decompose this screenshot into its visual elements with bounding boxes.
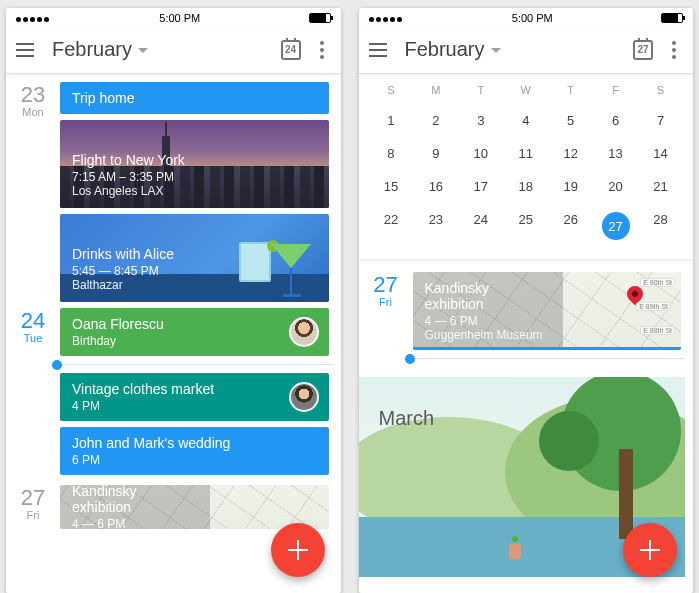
event-drinks[interactable]: Drinks with Alice 5:45 — 8:45 PM Balthaz… — [60, 214, 329, 302]
event-title: Kandinsky exhibition — [72, 485, 198, 515]
signal-dots-icon — [16, 12, 51, 24]
day-cell[interactable]: 3 — [458, 104, 503, 137]
menu-icon[interactable] — [367, 39, 389, 61]
day-cell[interactable]: 5 — [548, 104, 593, 137]
status-bar: 5:00 PM — [359, 8, 694, 26]
day-cell[interactable]: 23 — [413, 203, 458, 249]
event-market[interactable]: Vintage clothes market 4 PM — [60, 373, 329, 421]
day-cell[interactable]: 11 — [503, 137, 548, 170]
day-cell[interactable]: 17 — [458, 170, 503, 203]
avatar-icon — [289, 317, 319, 347]
status-time: 5:00 PM — [512, 12, 553, 24]
weekday-label: T — [548, 78, 593, 104]
app-bar: February 27 — [359, 26, 694, 74]
day-cell[interactable]: 26 — [548, 203, 593, 249]
day-cell[interactable]: 7 — [638, 104, 683, 137]
month-label: February — [405, 38, 485, 61]
day-cell[interactable]: 25 — [503, 203, 548, 249]
day-cell[interactable]: 2 — [413, 104, 458, 137]
month-picker[interactable]: February — [405, 38, 501, 61]
add-event-fab[interactable] — [623, 523, 677, 577]
battery-icon — [309, 13, 331, 23]
day-cell[interactable]: 1 — [369, 104, 414, 137]
rower-icon — [509, 543, 521, 559]
day-block: 23 Mon Trip home Flight to New York 7:15… — [6, 82, 333, 302]
month-label: February — [52, 38, 132, 61]
today-icon[interactable]: 24 — [281, 40, 301, 60]
week-row: 15161718192021 — [369, 170, 684, 203]
day-cell[interactable]: 27 — [593, 203, 638, 249]
add-event-fab[interactable] — [271, 523, 325, 577]
event-trip-home[interactable]: Trip home — [60, 82, 329, 114]
event-time: 5:45 — 8:45 PM — [72, 264, 317, 278]
menu-icon[interactable] — [14, 39, 36, 61]
day-cell[interactable]: 13 — [593, 137, 638, 170]
overflow-icon[interactable] — [663, 41, 685, 59]
avatar-icon — [289, 382, 319, 412]
day-cell[interactable]: 8 — [369, 137, 414, 170]
event-overlay: Kandinsky exhibition 4 — 6 PM Guggenheim… — [413, 272, 563, 350]
day-cell[interactable]: 22 — [369, 203, 414, 249]
day-cell[interactable]: 9 — [413, 137, 458, 170]
week-row: 22232425262728 — [369, 203, 684, 249]
chevron-down-icon — [138, 48, 148, 53]
date-number: 27 — [359, 274, 413, 296]
app-bar: February 24 — [6, 26, 341, 74]
day-cell[interactable]: 16 — [413, 170, 458, 203]
event-sub: 4 PM — [72, 399, 317, 413]
day-block: 24 Tue Oana Florescu Birthday — [6, 308, 333, 356]
event-time: 4 — 6 PM — [425, 314, 551, 328]
day-cell[interactable]: 10 — [458, 137, 503, 170]
event-flight[interactable]: Flight to New York 7:15 AM – 3:35 PM Los… — [60, 120, 329, 208]
event-sub: 6 PM — [72, 453, 317, 467]
day-cell[interactable]: 24 — [458, 203, 503, 249]
day-cell[interactable]: 21 — [638, 170, 683, 203]
day-cell[interactable]: 15 — [369, 170, 414, 203]
event-title: Drinks with Alice — [72, 246, 317, 262]
date-dow: Fri — [6, 509, 60, 521]
event-exhibition-peek[interactable]: Kandinsky exhibition 4 — 6 PM — [60, 485, 329, 529]
week-row: 891011121314 — [369, 137, 684, 170]
day-cell[interactable]: 14 — [638, 137, 683, 170]
event-accent-bar — [413, 347, 682, 350]
now-indicator — [411, 358, 686, 359]
month-grid: SMTWTFS 12345678910111213141516171819202… — [359, 74, 694, 260]
event-time: 4 — 6 PM — [72, 517, 198, 529]
signal-dots-icon — [369, 12, 404, 24]
date-column: 27 Fri — [359, 272, 413, 350]
date-column: 23 Mon — [6, 82, 60, 302]
event-location: Los Angeles LAX — [72, 184, 317, 198]
phone-agenda-view: 5:00 PM February 24 23 Mon Tri — [6, 8, 341, 593]
date-number: 27 — [6, 487, 60, 509]
day-cell[interactable]: 28 — [638, 203, 683, 249]
date-column — [6, 373, 60, 475]
day-cell[interactable]: 19 — [548, 170, 593, 203]
date-column: 27 Fri — [6, 485, 60, 529]
overflow-icon[interactable] — [311, 41, 333, 59]
date-number: 23 — [6, 84, 60, 106]
map-street-label: E 88th St — [640, 326, 675, 335]
day-cell[interactable]: 6 — [593, 104, 638, 137]
day-cell[interactable]: 4 — [503, 104, 548, 137]
event-exhibition[interactable]: E 90th St E 89th St E 88th St Kandinsky … — [413, 272, 682, 350]
date-dow: Fri — [359, 296, 413, 308]
now-indicator — [58, 364, 333, 365]
event-location: Balthazar — [72, 278, 317, 292]
event-wedding[interactable]: John and Mark's wedding 6 PM — [60, 427, 329, 475]
weekday-label: S — [369, 78, 414, 104]
event-title: Vintage clothes market — [72, 381, 317, 397]
date-dow: Mon — [6, 106, 60, 118]
status-time: 5:00 PM — [159, 12, 200, 24]
event-birthday[interactable]: Oana Florescu Birthday — [60, 308, 329, 356]
battery-icon — [661, 13, 683, 23]
today-icon[interactable]: 27 — [633, 40, 653, 60]
event-title: Trip home — [72, 90, 317, 106]
day-cell[interactable]: 12 — [548, 137, 593, 170]
event-title: Oana Florescu — [72, 316, 317, 332]
month-picker[interactable]: February — [52, 38, 148, 61]
event-time: 7:15 AM – 3:35 PM — [72, 170, 317, 184]
event-location: Guggenheim Museum — [425, 328, 551, 342]
day-cell[interactable]: 18 — [503, 170, 548, 203]
agenda-body[interactable]: 23 Mon Trip home Flight to New York 7:15… — [6, 74, 341, 593]
day-cell[interactable]: 20 — [593, 170, 638, 203]
